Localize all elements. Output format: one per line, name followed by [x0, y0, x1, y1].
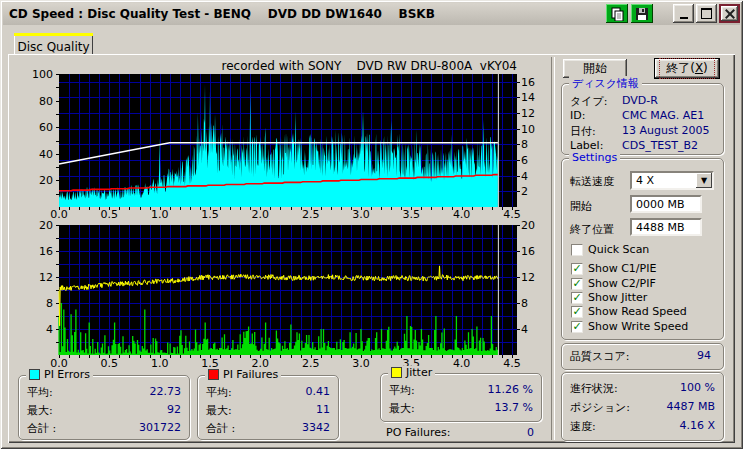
pi-failures-stat-value: 3342: [302, 421, 330, 436]
checkbox-label: Show Write Speed: [588, 320, 688, 333]
minimize-button[interactable]: [673, 4, 694, 23]
scan-start-label: 開始: [570, 199, 592, 214]
checkbox-row-show-c1-pie[interactable]: ✓Show C1/PIE: [571, 262, 656, 275]
scan-end-label: 終了位置: [570, 222, 614, 237]
window-title: CD Speed : Disc Quality Test - BENQ DVD …: [3, 7, 740, 21]
maximize-button[interactable]: [696, 4, 717, 23]
close-icon: [725, 9, 735, 19]
pi-failures-group: PI Failures 平均:0.41最大:11合計 :3342: [197, 375, 339, 440]
pi-failures-title: PI Failures: [223, 368, 278, 381]
pi-failures-stat-row: 合計 :3342: [206, 421, 330, 436]
checkbox-icon[interactable]: ✓: [571, 292, 583, 304]
checkbox-row-show-read-speed[interactable]: ✓Show Read Speed: [571, 305, 687, 318]
pi-failures-color-swatch: [208, 369, 219, 380]
pi-errors-color-swatch: [29, 369, 40, 380]
progress-row-label: 速度:: [570, 419, 596, 434]
pi-errors-stat-row: 最大:92: [27, 403, 181, 418]
scan-start-input[interactable]: 0000 MB: [630, 195, 702, 213]
progress-row-label: ポジション:: [570, 400, 630, 415]
disc-info-row-label: タイプ:: [570, 94, 607, 109]
pi-errors-stat-label: 合計 :: [27, 421, 56, 436]
checkbox-row-quick-scan[interactable]: Quick Scan: [571, 243, 649, 256]
progress-row-value: 4487 MB: [666, 400, 715, 415]
save-button[interactable]: [631, 4, 653, 23]
disc-info-row-value: 13 August 2005: [622, 124, 709, 137]
close-button[interactable]: [719, 4, 740, 23]
jitter-color-swatch: [391, 367, 402, 378]
checkbox-label: Show C2/PIF: [588, 277, 656, 290]
checkbox-icon[interactable]: ✓: [571, 263, 583, 275]
disc-info-row-value: DVD-R: [622, 94, 658, 107]
pi-errors-stat-label: 平均:: [27, 385, 53, 400]
pi-failures-stat-row: 平均:0.41: [206, 385, 330, 400]
copy-button[interactable]: [606, 4, 628, 23]
pi-failures-stat-row: 最大:11: [206, 403, 330, 418]
jitter-group: Jitter 平均:11.26 %最大:13.7 %: [380, 373, 542, 422]
pi-failures-stat-label: 合計 :: [206, 421, 235, 436]
settings-group: Settings 転送速度 4 X ▼ 開始 0000 MB 終了位置 4488…: [561, 158, 724, 340]
quality-score-label: 品質スコア:: [570, 349, 629, 364]
speed-dropdown-value: 4 X: [632, 174, 696, 187]
pi-errors-stat-row: 平均:22.73: [27, 385, 181, 400]
progress-group: 進行状況:100 %ポジション:4487 MB速度:4.16 X: [561, 372, 724, 441]
checkbox-label: Show Jitter: [588, 291, 647, 304]
checkbox-icon[interactable]: ✓: [571, 321, 583, 333]
jitter-stat-value: 11.26 %: [488, 383, 533, 398]
quality-score-group: 品質スコア: 94: [561, 343, 724, 370]
pi-errors-stat-value: 22.73: [150, 385, 182, 400]
jitter-title: Jitter: [406, 366, 432, 379]
progress-row-value: 100 %: [680, 381, 715, 396]
scan-end-value: 4488 MB: [636, 221, 685, 234]
progress-row-label: 進行状況:: [570, 381, 618, 396]
pi-errors-group: PI Errors 平均:22.73最大:92合計 :301722: [18, 375, 190, 440]
pi-errors-stat-label: 最大:: [27, 403, 53, 418]
disc-info-row-label: ID:: [570, 109, 585, 122]
pi-failures-stat-label: 最大:: [206, 403, 232, 418]
settings-title: Settings: [569, 151, 620, 164]
tab-label: Disc Quality: [17, 40, 89, 54]
speed-dropdown[interactable]: 4 X ▼: [630, 171, 714, 190]
app-window: CD Speed : Disc Quality Test - BENQ DVD …: [0, 0, 743, 449]
exit-button[interactable]: 終了(X): [654, 58, 720, 79]
minimize-icon: [680, 17, 688, 19]
scan-end-input[interactable]: 4488 MB: [630, 218, 702, 236]
pi-failures-legend: PI Failures: [205, 368, 281, 381]
jitter-stat-value: 13.7 %: [495, 401, 533, 416]
checkbox-label: Show C1/PIE: [588, 262, 656, 275]
disc-info-title: ディスク情報: [569, 76, 642, 91]
quality-score-value: 94: [697, 349, 711, 362]
po-failures-label: PO Failures:: [386, 426, 450, 439]
progress-row: ポジション:4487 MB: [570, 400, 715, 415]
checkbox-icon[interactable]: ✓: [571, 278, 583, 290]
chevron-down-icon[interactable]: ▼: [696, 173, 712, 188]
scan-start-value: 0000 MB: [636, 198, 685, 211]
jitter-legend: Jitter: [388, 366, 435, 379]
checkbox-label: Quick Scan: [588, 243, 649, 256]
titlebar[interactable]: CD Speed : Disc Quality Test - BENQ DVD …: [3, 3, 740, 25]
checkbox-icon[interactable]: ✓: [571, 306, 583, 318]
po-failures-value: 0: [527, 426, 534, 439]
progress-row: 進行状況:100 %: [570, 381, 715, 396]
disc-info-row-value: CMC MAG. AE1: [622, 109, 704, 122]
progress-row: 速度:4.16 X: [570, 419, 715, 434]
po-failures-row: PO Failures: 0: [386, 426, 534, 439]
recorded-with-header: recorded with SONY DVD RW DRU-800A vKY04: [180, 59, 517, 73]
checkbox-icon[interactable]: [571, 244, 583, 256]
checkbox-row-show-write-speed[interactable]: ✓Show Write Speed: [571, 320, 688, 333]
jitter-stat-label: 最大:: [389, 401, 415, 416]
checkbox-row-show-c2-pif[interactable]: ✓Show C2/PIF: [571, 277, 656, 290]
jitter-stat-label: 平均:: [389, 383, 415, 398]
panel-separator: [551, 57, 555, 440]
jitter-stat-row: 平均:11.26 %: [389, 383, 533, 398]
floppy-disk-icon: [635, 7, 649, 21]
checkbox-row-show-jitter[interactable]: ✓Show Jitter: [571, 291, 647, 304]
copy-pages-icon: [610, 7, 624, 21]
pi-failures-stat-label: 平均:: [206, 385, 232, 400]
pi-errors-stat-value: 92: [167, 403, 181, 418]
start-button-label: 開始: [583, 60, 607, 77]
disc-info-group: ディスク情報 タイプ:DVD-RID:CMC MAG. AE1日付:13 Aug…: [561, 83, 724, 155]
maximize-icon: [701, 8, 712, 19]
pi-errors-stat-value: 301722: [139, 421, 181, 436]
speed-label: 転送速度: [570, 174, 614, 189]
pi-failures-stat-value: 0.41: [306, 385, 331, 400]
